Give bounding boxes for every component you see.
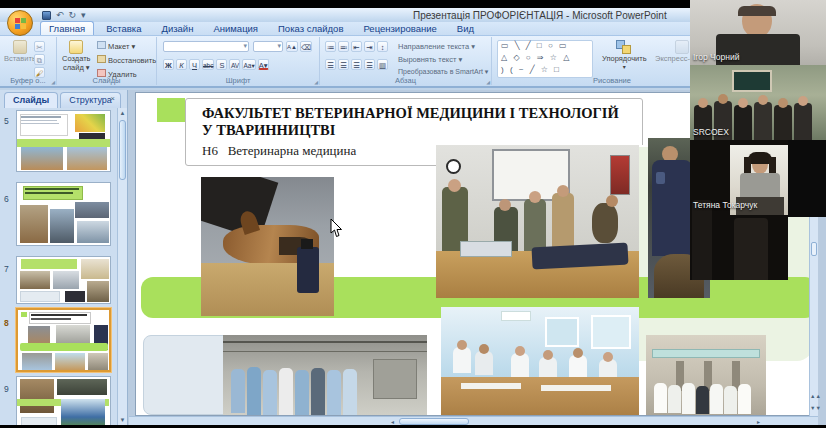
redo-icon[interactable]: ↻ [69, 10, 77, 20]
cut-icon[interactable]: ✂ [34, 41, 45, 52]
students-classroom-photo[interactable] [441, 307, 639, 416]
smartart-button[interactable]: Преобразовать в SmartArt ▾ [398, 68, 488, 76]
gray-rounded-box[interactable] [143, 335, 235, 415]
scroll-left-icon[interactable]: ◂ [391, 418, 394, 425]
shapes-gallery[interactable]: ▭ ╲ ╱ □ ○ ▭ △ ◇ ○ ⇒ ☆ △ ) ( ~ ╱ ☆ □ [497, 40, 593, 78]
change-case-button[interactable]: Aa▾ [242, 59, 255, 70]
panel-tabs: Слайды Структура [0, 92, 127, 108]
dialog-launcher-icon[interactable]: ◢ [314, 79, 318, 85]
bold-button[interactable]: Ж [163, 59, 174, 70]
thumbnail-number: 6 [4, 194, 14, 204]
align-text-button[interactable]: Выровнять текст ▾ [398, 55, 462, 64]
arrange-icon [616, 40, 632, 54]
tab-insert[interactable]: Вставка [98, 22, 149, 35]
arrange-button[interactable]: Упорядочить▾ [602, 40, 647, 70]
new-slide-button[interactable]: Создать слайд ▾ [62, 40, 91, 72]
participant-video-igor-chornyi[interactable]: Ігор Чорний [690, 0, 826, 65]
mouse-cursor [330, 219, 343, 242]
horizontal-scroll-thumb[interactable] [399, 418, 469, 425]
font-color-button[interactable]: A▾ [258, 59, 269, 70]
vertical-scroll-thumb[interactable] [811, 242, 817, 256]
slide-thumbnail-9[interactable] [16, 376, 111, 425]
font-style-buttons: Ж К Ч abc S AV Aa▾ A▾ [163, 59, 269, 70]
grow-font-button[interactable]: А▲ [286, 41, 298, 52]
line-spacing-button[interactable]: ↕ [377, 41, 388, 52]
qat-dropdown-icon[interactable]: ▾ [81, 10, 86, 20]
font-size-combo[interactable] [253, 41, 283, 52]
faculty-building-photo[interactable] [646, 335, 766, 416]
panel-close-icon[interactable]: × [110, 94, 115, 103]
tab-animation[interactable]: Анимация [205, 22, 266, 35]
align-left-button[interactable]: ☰ [325, 59, 336, 70]
horizontal-scrollbar[interactable]: ◂ ▸ [129, 416, 818, 425]
italic-button[interactable]: К [176, 59, 187, 70]
group-clipboard: Вставить ✂ ⧉ 🖌 Буфер о... ◢ [0, 37, 57, 85]
group-label-paragraph: Абзац [320, 76, 491, 85]
bullets-button[interactable]: ≔ [325, 41, 336, 52]
military-training-class-photo[interactable] [436, 145, 639, 298]
slide-thumbnail-8-selected[interactable] [16, 308, 111, 372]
layout-button[interactable]: Макет ▾ [97, 41, 135, 51]
align-center-button[interactable]: ☰ [338, 59, 349, 70]
thumbnail-number: 9 [4, 384, 14, 394]
previous-slide-icon[interactable]: ▲▲ [810, 393, 818, 399]
panel-scrollbar[interactable]: ▲ ▼ [117, 108, 127, 425]
clear-format-button[interactable]: ⌫ [300, 41, 312, 52]
save-icon[interactable] [42, 11, 51, 20]
tab-view[interactable]: Вид [449, 22, 482, 35]
slides-panel: Слайды Структура × 5 [0, 90, 128, 425]
shadow-button[interactable]: S [216, 59, 227, 70]
text-direction-button[interactable]: Направление текста ▾ [398, 42, 475, 51]
align-buttons: ☰ ☰ ☰ ☰ ▥ [325, 59, 388, 70]
participant-video-srcoex-classroom[interactable]: SRCOEX [690, 65, 826, 140]
undo-icon[interactable]: ↶ [56, 10, 64, 20]
dog-examination-photo[interactable] [201, 177, 334, 316]
group-paragraph: ≔ ≕ ⇤ ⇥ ↕ ☰ ☰ ☰ ☰ ▥ Направление текста ▾… [320, 37, 492, 85]
dialog-launcher-icon[interactable]: ◢ [486, 79, 490, 85]
justify-button[interactable]: ☰ [364, 59, 375, 70]
char-spacing-button[interactable]: AV [229, 59, 240, 70]
layout-icon [97, 41, 106, 49]
tab-review[interactable]: Рецензирование [355, 22, 444, 35]
strikethrough-button[interactable]: abc [202, 59, 214, 70]
tab-design[interactable]: Дизайн [153, 22, 201, 35]
participant-video-tetiana-tokarchuk[interactable]: Тетяна Токарчук [690, 140, 788, 280]
factory-visit-photo[interactable] [223, 335, 427, 416]
tab-slides-thumbnails[interactable]: Слайды [4, 92, 58, 108]
tab-home[interactable]: Главная [40, 21, 94, 35]
quick-access-toolbar: ↶ ↻ ▾ [42, 9, 86, 21]
copy-icon[interactable]: ⧉ [34, 54, 45, 65]
new-slide-icon [69, 40, 83, 54]
slide-thumbnail-5[interactable] [16, 110, 111, 172]
group-label-clipboard: Буфер о... [0, 76, 56, 85]
underline-button[interactable]: Ч [189, 59, 200, 70]
scroll-right-icon[interactable]: ▸ [757, 418, 760, 425]
thumbnail-number: 7 [4, 264, 14, 274]
align-right-button[interactable]: ☰ [351, 59, 362, 70]
group-slides: Создать слайд ▾ Макет ▾ Восстановить Уда… [57, 37, 157, 85]
dialog-launcher-icon[interactable]: ◢ [51, 79, 55, 85]
numbering-button[interactable]: ≕ [338, 41, 349, 52]
dark-figure [692, 200, 712, 280]
participant-name-label: Тетяна Токарчук [693, 200, 757, 210]
next-slide-icon[interactable]: ▼▼ [810, 405, 818, 411]
slide-thumbnail-7[interactable] [16, 256, 111, 304]
slide-subtitle: Н6 Ветеринарна медицина [202, 143, 356, 159]
reset-button[interactable]: Восстановить [97, 55, 156, 65]
tab-slideshow[interactable]: Показ слайдов [270, 22, 351, 35]
thumbnail-number: 8 [4, 318, 14, 328]
outdent-button[interactable]: ⇤ [351, 41, 362, 52]
shapes-row: ▭ ╲ ╱ □ ○ ▭ [501, 41, 569, 50]
office-button[interactable] [7, 10, 33, 36]
font-name-combo[interactable] [163, 41, 249, 52]
office-logo-icon [15, 18, 26, 29]
shapes-row: △ ◇ ○ ⇒ ☆ △ [501, 53, 571, 62]
paste-button[interactable]: Вставить [4, 40, 36, 63]
green-accent-square[interactable] [157, 98, 185, 122]
group-font: А▲ ⌫ Ж К Ч abc S AV Aa▾ A▾ Шрифт ◢ [157, 37, 320, 85]
columns-button[interactable]: ▥ [377, 59, 388, 70]
clipboard-small-buttons: ✂ ⧉ 🖌 [34, 41, 45, 78]
slide-thumbnail-6[interactable] [16, 182, 111, 246]
indent-button[interactable]: ⇥ [364, 41, 375, 52]
shapes-row: ) ( ~ ╱ ☆ □ [501, 65, 561, 74]
